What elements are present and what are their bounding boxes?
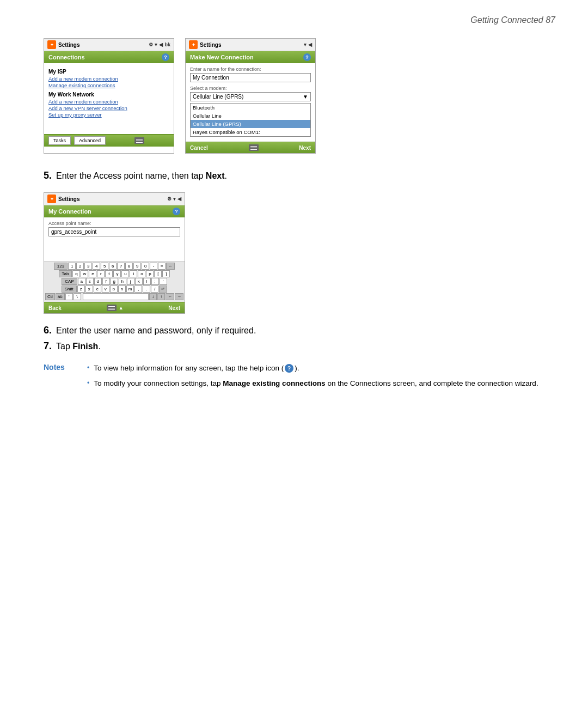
add-vpn-link[interactable]: Add a new VPN server connection (48, 105, 169, 111)
note-1: • To view help information for any scree… (87, 363, 538, 374)
kb-e[interactable]: e (89, 270, 96, 277)
hayes-option[interactable]: Hayes Compatible on COM1: (191, 128, 310, 136)
kb-quote[interactable]: ' (160, 278, 167, 285)
add-modem-link-isp[interactable]: Add a new modem connection (48, 76, 169, 82)
kb-w[interactable]: w (81, 270, 88, 277)
my-connection-help-btn[interactable]: ? (173, 208, 180, 215)
kb-space[interactable] (83, 293, 149, 300)
kb-lbracket[interactable]: [ (154, 270, 162, 277)
make-connection-help-btn[interactable]: ? (303, 53, 311, 61)
cancel-button[interactable]: Cancel (190, 145, 208, 151)
kb-r[interactable]: r (97, 270, 105, 277)
keyboard-icon[interactable] (134, 137, 144, 144)
kb-1[interactable]: 1 (68, 263, 76, 270)
kb-m[interactable]: m (126, 285, 134, 293)
kb-5[interactable]: 5 (101, 263, 108, 270)
notes-label: Notes (44, 363, 76, 394)
kb-n[interactable]: n (118, 285, 126, 293)
my-connection-screen: ✦ Settings ⚙ ▾ ◀ My Connection ? Access … (44, 192, 185, 314)
kb-backtick[interactable]: ' (65, 293, 73, 300)
page-header: Getting Connected 87 (470, 15, 555, 25)
bullet-2: • (87, 379, 89, 387)
kb-enter[interactable]: ↵ (159, 285, 167, 293)
kb-c[interactable]: c (94, 285, 101, 293)
my-connection-body: Access point name: (44, 217, 185, 261)
kb-y[interactable]: y (113, 270, 121, 277)
kb-x[interactable]: x (85, 285, 93, 293)
kb-o[interactable]: o (138, 270, 145, 277)
kb-u[interactable]: u (121, 270, 129, 277)
kb-z[interactable]: z (77, 285, 85, 293)
kb-a[interactable]: a (78, 278, 85, 285)
kb-q[interactable]: q (72, 270, 80, 277)
kb-comma[interactable]: , (134, 285, 142, 293)
kb-cap[interactable]: CAP (62, 278, 77, 285)
bluetooth-option[interactable]: Bluetooth (191, 104, 310, 112)
steps-6-7: 6. Enter the user name and password, onl… (44, 325, 544, 352)
title-icon-2: ✦ (189, 40, 198, 49)
kb-4[interactable]: 4 (93, 263, 100, 270)
kb-backspace[interactable]: ← (166, 263, 175, 270)
kb-tab[interactable]: Tab (59, 270, 72, 277)
back-button[interactable]: Back (48, 305, 62, 311)
advanced-tab[interactable]: Advanced (74, 136, 106, 145)
kb-ctl[interactable]: Ctl (45, 293, 55, 300)
kb-0[interactable]: 0 (142, 263, 149, 270)
kb-rbracket[interactable]: ] (162, 270, 170, 277)
cellular-line-option[interactable]: Cellular Line (191, 112, 310, 120)
kb-left[interactable]: ← (166, 293, 174, 300)
kb-down[interactable]: ↓ (149, 293, 157, 300)
cellular-gprs-option[interactable]: Cellular Line (GPRS) (191, 120, 310, 128)
kb-intl[interactable]: áü (56, 293, 65, 300)
kb-period[interactable]: . (143, 285, 150, 293)
kb-up[interactable]: ↑ (157, 293, 165, 300)
kb-v[interactable]: v (102, 285, 109, 293)
tasks-tab[interactable]: Tasks (48, 136, 71, 145)
next-button-2[interactable]: Next (168, 305, 180, 311)
kb-7[interactable]: 7 (117, 263, 125, 270)
kb-3[interactable]: 3 (84, 263, 92, 270)
keyboard-icon-3[interactable] (107, 305, 117, 311)
add-modem-link-work[interactable]: Add a new modem connection (48, 99, 169, 105)
keyboard-icon-2[interactable] (249, 144, 259, 151)
kb-shift[interactable]: Shift (62, 285, 77, 293)
kb-6[interactable]: 6 (109, 263, 117, 270)
kb-semicolon[interactable]: ; (151, 278, 159, 285)
access-point-input[interactable] (48, 227, 180, 236)
kb-i[interactable]: i (130, 270, 137, 277)
kb-s[interactable]: s (86, 278, 94, 285)
kb-b[interactable]: b (110, 285, 118, 293)
network-icon: ▾ (155, 42, 157, 47)
kb-l[interactable]: l (143, 278, 151, 285)
proxy-link[interactable]: Set up my proxy server (48, 112, 169, 118)
kb-t[interactable]: t (105, 270, 113, 277)
kb-k[interactable]: k (135, 278, 143, 285)
manage-connections-link[interactable]: Manage existing connections (48, 82, 169, 88)
next-button[interactable]: Next (299, 145, 311, 151)
kb-d[interactable]: d (94, 278, 102, 285)
kb-p[interactable]: p (146, 270, 154, 277)
kb-slash[interactable]: / (151, 285, 158, 293)
modem-dropdown[interactable]: Cellular Line (GPRS) ▼ (190, 92, 311, 101)
connections-title: Settings (58, 42, 79, 48)
my-work-label: My Work Network (48, 92, 169, 98)
kb-f[interactable]: f (102, 278, 110, 285)
kb-123[interactable]: 123 (54, 263, 68, 270)
kb-g[interactable]: g (111, 278, 118, 285)
dropdown-arrow-icon: ▼ (303, 94, 308, 100)
kb-backslash[interactable]: \ (74, 293, 81, 300)
kb-eq[interactable]: = (158, 263, 166, 270)
make-connection-screen: ✦ Settings ▾ ◀ Make New Connection ? Ent… (185, 38, 316, 154)
kb-dash[interactable]: - (150, 263, 157, 270)
kb-9[interactable]: 9 (133, 263, 141, 270)
kb-2[interactable]: 2 (76, 263, 84, 270)
note-2: • To modify your connection settings, ta… (87, 378, 538, 389)
connection-name-input[interactable] (190, 73, 311, 82)
kb-8[interactable]: 8 (125, 263, 133, 270)
bk-label: bk (164, 42, 170, 47)
kb-right[interactable]: → (175, 293, 183, 300)
kb-h[interactable]: h (119, 278, 126, 285)
connections-help-btn[interactable]: ? (162, 53, 169, 61)
kb-j[interactable]: j (127, 278, 134, 285)
step5-instruction: 5. Enter the Access point name, then tap… (44, 170, 544, 181)
